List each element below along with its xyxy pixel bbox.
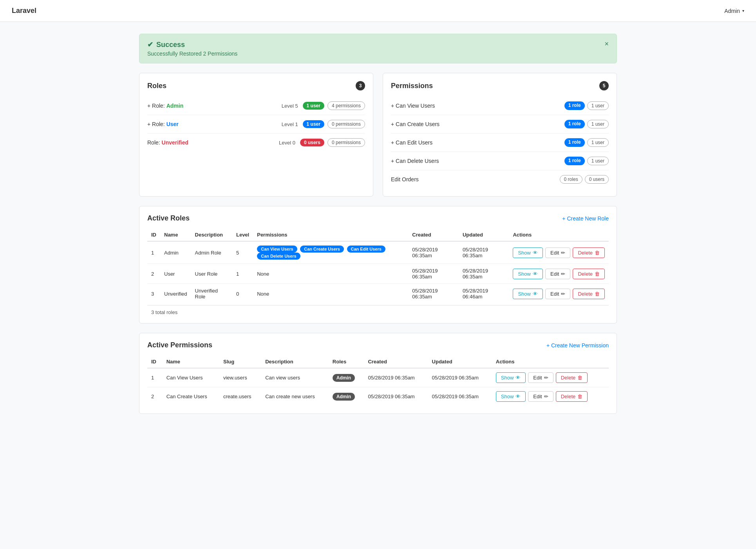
role-user-users-badge: 1 user (303, 120, 324, 128)
row-roles: Admin (329, 368, 364, 387)
show-button[interactable]: Show 👁 (513, 247, 543, 258)
row-created: 05/28/2019 06:35am (408, 241, 459, 264)
perm-tag-delete: Can Delete Users (257, 253, 300, 260)
roles-list: + Role: Admin Level 5 1 user 4 permissio… (147, 97, 365, 152)
edit-button[interactable]: Edit ✏ (545, 269, 570, 279)
perm-view-users-role-badge: 1 role (564, 101, 585, 110)
row-name: Unverified (160, 284, 191, 304)
role-unverified-meta: Level 0 0 users 0 permissions (279, 138, 365, 147)
trash-icon: 🗑 (595, 291, 600, 297)
perm-item-create-users[interactable]: + Can Create Users 1 role 1 user (391, 115, 609, 134)
permissions-card-title: Permissions (391, 82, 433, 90)
row-updated: 05/28/2019 06:35am (428, 368, 492, 387)
trash-icon: 🗑 (595, 271, 600, 277)
admin-menu[interactable]: Admin ▾ (724, 8, 744, 14)
table-row: 1 Can View Users view.users Can view use… (147, 368, 609, 387)
row-created: 05/28/2019 06:35am (364, 387, 428, 406)
permissions-card: Permissions 5 + Can View Users 1 role 1 … (383, 73, 617, 197)
perm-create-users-label: + Can Create Users (391, 121, 439, 127)
edit-button[interactable]: Edit ✏ (528, 372, 553, 383)
perm-item-delete-users[interactable]: + Can Delete Users 1 role 1 user (391, 152, 609, 170)
col-description: Description (261, 356, 329, 368)
permissions-count-badge: 5 (599, 81, 609, 90)
col-roles: Roles (329, 356, 364, 368)
delete-button[interactable]: Delete 🗑 (573, 289, 605, 299)
pencil-icon: ✏ (561, 250, 565, 256)
col-level: Level (232, 229, 253, 241)
role-item-admin[interactable]: + Role: Admin Level 5 1 user 4 permissio… (147, 97, 365, 115)
edit-button[interactable]: Edit ✏ (545, 247, 570, 258)
col-description: Description (191, 229, 232, 241)
row-name: Can View Users (163, 368, 219, 387)
perm-create-users-badges: 1 role 1 user (564, 120, 609, 128)
role-admin-label: + Role: Admin (147, 103, 183, 109)
col-name: Name (163, 356, 219, 368)
row-desc: Can view users (261, 368, 329, 387)
role-item-unverified[interactable]: Role: Unverified Level 0 0 users 0 permi… (147, 134, 365, 152)
row-created: 05/28/2019 06:35am (364, 368, 428, 387)
show-button[interactable]: Show 👁 (513, 289, 543, 299)
alert-close-button[interactable]: × (604, 40, 609, 47)
row-actions-cell: Show 👁 Edit ✏ Delete 🗑 (513, 269, 605, 279)
delete-button[interactable]: Delete 🗑 (573, 247, 605, 258)
show-button[interactable]: Show 👁 (496, 391, 526, 402)
col-created: Created (408, 229, 459, 241)
eye-icon: 👁 (515, 394, 521, 399)
navbar-brand: Laravel (12, 7, 36, 15)
row-desc: Can create new users (261, 387, 329, 406)
row-roles: Admin (329, 387, 364, 406)
edit-button[interactable]: Edit ✏ (545, 289, 570, 299)
table-row: 2 User User Role 1 None 05/28/2019 06:35… (147, 264, 609, 284)
role-admin-meta: Level 5 1 user 4 permissions (282, 101, 365, 110)
row-slug: create.users (219, 387, 261, 406)
roles-card-title: Roles (147, 82, 166, 90)
role-name-unverified: Unverified (162, 139, 188, 146)
col-actions: Actions (492, 356, 609, 368)
row-id: 3 (147, 284, 160, 304)
row-permissions: None (253, 284, 408, 304)
edit-button[interactable]: Edit ✏ (528, 391, 553, 402)
perm-tag-edit: Can Edit Users (347, 246, 385, 253)
create-new-role-link[interactable]: + Create New Role (562, 215, 609, 222)
eye-icon: 👁 (533, 271, 538, 277)
show-button[interactable]: Show 👁 (513, 269, 543, 279)
perm-item-edit-users[interactable]: + Can Edit Users 1 role 1 user (391, 134, 609, 152)
active-roles-table: ID Name Description Level Permissions Cr… (147, 229, 609, 303)
active-roles-header: Active Roles + Create New Role (147, 214, 609, 222)
active-permissions-header: Active Permissions + Create New Permissi… (147, 341, 609, 349)
role-item-user[interactable]: + Role: User Level 1 1 user 0 permission… (147, 115, 365, 134)
active-permissions-table: ID Name Slug Description Roles Created U… (147, 356, 609, 406)
show-button[interactable]: Show 👁 (496, 372, 526, 383)
row-updated: 05/28/2019 06:35am (459, 264, 509, 284)
roles-count-badge: 3 (356, 81, 365, 90)
delete-button[interactable]: Delete 🗑 (573, 269, 605, 279)
row-actions: Show 👁 Edit ✏ Delete 🗑 (492, 387, 609, 406)
role-name-admin: Admin (166, 103, 184, 109)
role-name-user: User (166, 121, 179, 127)
perm-edit-orders-badges: 0 roles 0 users (560, 175, 609, 184)
success-alert: ✔ Success Successfully Restored 2 Permis… (139, 34, 617, 63)
roles-table-header-row: ID Name Description Level Permissions Cr… (147, 229, 609, 241)
pencil-icon: ✏ (544, 394, 548, 399)
alert-title: ✔ Success (147, 40, 237, 49)
role-unverified-level: Level 0 (279, 140, 295, 146)
col-actions: Actions (509, 229, 609, 241)
perm-item-view-users[interactable]: + Can View Users 1 role 1 user (391, 97, 609, 115)
create-new-permission-link[interactable]: + Create New Permission (546, 342, 609, 349)
perm-view-users-badges: 1 role 1 user (564, 101, 609, 110)
role-user-permissions-badge: 0 permissions (327, 120, 365, 128)
delete-button[interactable]: Delete 🗑 (556, 372, 588, 383)
role-plus-user: + Role: (147, 121, 166, 127)
row-id: 2 (147, 264, 160, 284)
delete-button[interactable]: Delete 🗑 (556, 391, 588, 402)
table-row: 3 Unverified Unverified Role 0 None 05/2… (147, 284, 609, 304)
role-plus-admin: + Role: (147, 103, 166, 109)
trash-icon: 🗑 (577, 375, 582, 381)
pencil-icon: ✏ (561, 271, 565, 277)
active-roles-section: Active Roles + Create New Role ID Name D… (139, 206, 617, 323)
perm-tag-create: Can Create Users (300, 246, 344, 253)
perm-item-edit-orders[interactable]: Edit Orders 0 roles 0 users (391, 170, 609, 188)
row-actions-cell: Show 👁 Edit ✏ Delete 🗑 (496, 372, 605, 383)
perm-delete-users-badges: 1 role 1 user (564, 157, 609, 165)
perm-edit-orders-users-badge: 0 users (585, 175, 609, 184)
